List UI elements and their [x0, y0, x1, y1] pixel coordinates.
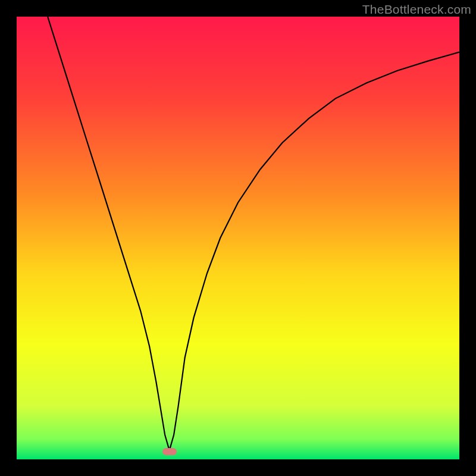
watermark-text: TheBottleneck.com — [362, 2, 471, 17]
gradient-background — [17, 17, 459, 459]
chart-frame — [17, 17, 459, 459]
curve-minimum-marker — [162, 448, 177, 455]
chart-svg — [17, 17, 459, 459]
